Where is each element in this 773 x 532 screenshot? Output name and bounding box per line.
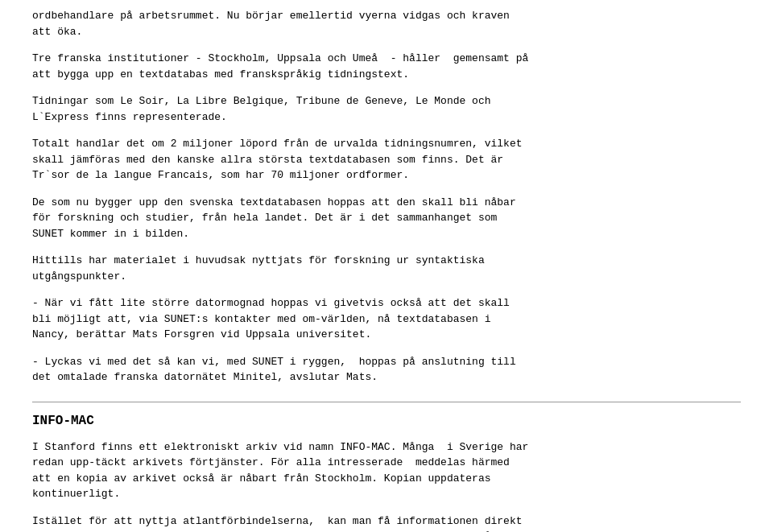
paragraph-3: Tidningar som Le Soir, La Libre Belgique…: [32, 93, 741, 125]
main-content: ordbehandlare på arbetsrummet. Nu börjar…: [0, 0, 773, 532]
paragraph-8: - Lyckas vi med det så kan vi, med SUNET…: [32, 354, 741, 386]
section2-heading: INFO-MAC: [32, 414, 741, 428]
paragraph-4: Totalt handlar det om 2 miljoner löpord …: [32, 136, 741, 184]
section2-paragraph-1: I Stanford finns ett elektroniskt arkiv …: [32, 439, 741, 502]
paragraph-1: ordbehandlare på arbetsrummet. Nu börjar…: [32, 8, 741, 39]
page-container: ordbehandlare på arbetsrummet. Nu börjar…: [0, 0, 773, 532]
section-divider: [32, 402, 741, 402]
paragraph-2: Tre franska institutioner - Stockholm, U…: [32, 51, 741, 82]
paragraph-6: Hittills har materialet i huvudsak nyttj…: [32, 253, 741, 284]
section2-paragraph-2: Istället för att nyttja atlantförbindels…: [32, 513, 741, 533]
paragraph-5: De som nu bygger upp den svenska textdat…: [32, 195, 741, 242]
paragraph-7: - När vi fått lite större datormognad ho…: [32, 295, 741, 343]
